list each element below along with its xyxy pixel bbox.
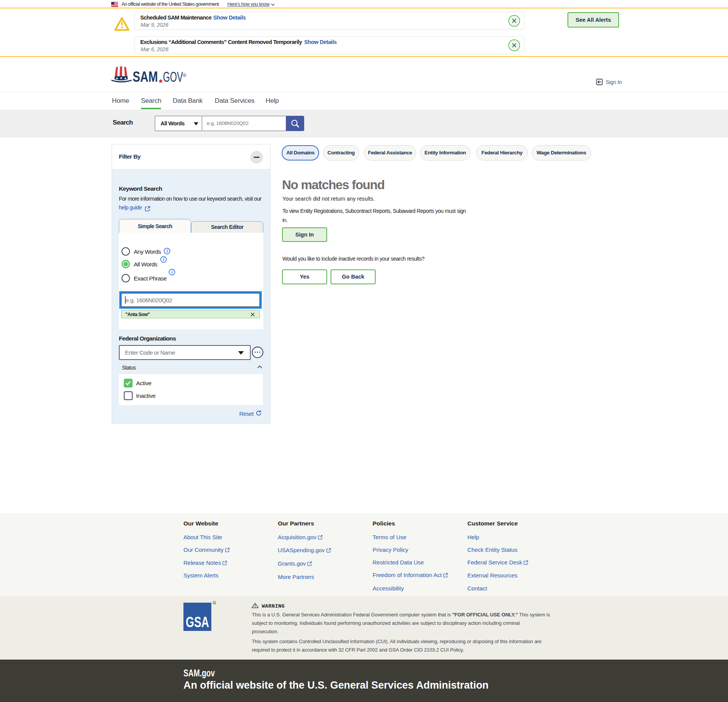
svg-text:i: i xyxy=(172,269,173,275)
svg-text:R: R xyxy=(184,74,185,76)
svg-text:i: i xyxy=(163,257,165,262)
svg-text:GSA: GSA xyxy=(186,614,209,630)
svg-text:SAM: SAM xyxy=(133,68,158,84)
svg-text:i: i xyxy=(167,248,168,254)
svg-text:R: R xyxy=(214,602,216,604)
svg-text:GOV: GOV xyxy=(163,69,183,84)
